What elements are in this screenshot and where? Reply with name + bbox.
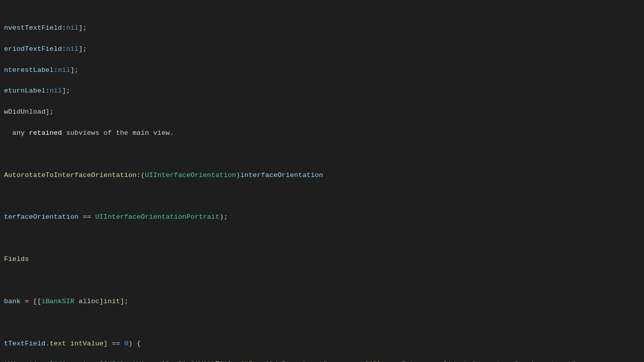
code-line — [4, 233, 644, 244]
code-line: terfaceOrientation == UIInterfaceOrienta… — [4, 212, 644, 223]
code-line: nterestLabel:nil]; — [4, 65, 644, 76]
code-line: eriodTextField:nil]; — [4, 44, 644, 55]
code-line: eturnLabel:nil]; — [4, 86, 644, 97]
code-line: nvestTextField:nil]; — [4, 23, 644, 34]
code-editor: nvestTextField:nil]; eriodTextField:nil]… — [0, 0, 644, 362]
code-content: nvestTextField:nil]; eriodTextField:nil]… — [0, 0, 644, 362]
code-line: tTextField.text intValue] == 0) { — [4, 339, 644, 349]
code-line — [4, 149, 644, 160]
code-line: Fields — [4, 254, 644, 265]
code-line: tView *invalidinvest = [[UIAlertView all… — [4, 359, 644, 362]
code-line — [4, 192, 644, 202]
code-line: any retained subviews of the main view. — [4, 128, 644, 139]
code-line — [4, 318, 644, 328]
code-line: wDidUnload]; — [4, 107, 644, 118]
code-line: bank = [[iBankSIR alloc]init]; — [4, 297, 644, 307]
code-line: AutorotateToInterfaceOrientation:(UIInte… — [4, 170, 644, 181]
code-line — [4, 276, 644, 286]
